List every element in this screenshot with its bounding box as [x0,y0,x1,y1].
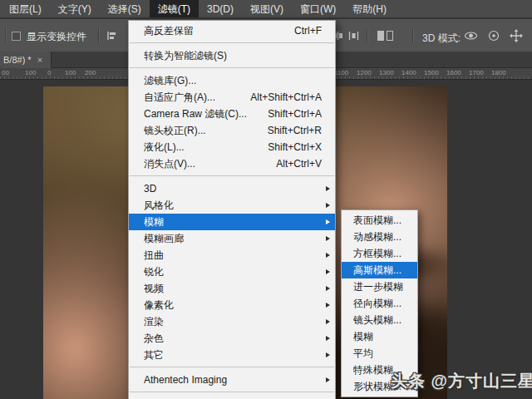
orbit-3d-icon[interactable] [464,29,478,42]
menubar-item-7[interactable]: 窗口(W) [292,0,344,17]
filter-menu-item-label: 像素化 [144,297,174,313]
panel-toggle-icon[interactable] [377,30,394,42]
filter-menu-item-18[interactable]: 视频 [129,280,335,297]
ruler-tick-label: 1800 [491,70,506,76]
filter-menu-item-1[interactable]: 高反差保留Ctrl+F [129,22,335,39]
submenu-arrow-icon [326,377,330,382]
filter-menu-item-label: 消失点(V)... [144,155,195,172]
blur-submenu-item-label: 表面模糊... [353,212,401,229]
show-transform-checkbox[interactable] [12,32,21,41]
filter-menu-item-24[interactable]: Athentech Imaging [129,372,335,388]
filter-menu-item-label: 高反差保留 [144,22,194,39]
menubar-item-6[interactable]: 视图(V) [242,0,292,17]
filter-menu-item-7[interactable]: Camera Raw 滤镜(C)...Shift+Ctrl+A [129,106,335,122]
filter-menu-item-14[interactable]: 模糊 [129,214,335,230]
menubar-item-8[interactable]: 帮助(H) [344,0,395,17]
filter-menu-item-13[interactable]: 风格化 [129,197,335,214]
blur-submenu-item-3[interactable]: 方框模糊... [342,245,417,262]
filter-menu-item-shortcut: Alt+Shift+Ctrl+A [240,89,322,106]
filter-menu-item-label: 渲染 [144,313,164,330]
blur-submenu-item-label: 镜头模糊... [353,312,401,328]
filter-menu-item-20[interactable]: 渲染 [129,313,335,330]
ruler-tick-label: 1100 [334,70,348,76]
document-tab-title: B/8#) * [3,55,32,65]
filter-menu-item-6[interactable]: 自适应广角(A)...Alt+Shift+Ctrl+A [129,89,335,106]
watermark: 头条 @方寸山三星洞 [391,370,532,392]
submenu-arrow-icon [326,319,330,324]
filter-menu: 高反差保留Ctrl+F转换为智能滤镜(S)滤镜库(G)...自适应广角(A)..… [128,20,336,399]
filter-menu-item-3[interactable]: 转换为智能滤镜(S) [129,47,335,64]
align-left-icon[interactable] [106,31,117,41]
ruler-tick-label: 1500 [424,70,439,76]
filter-menu-item-22[interactable]: 其它 [129,347,335,363]
ruler-tick-label: 100 [25,70,36,76]
filter-menu-item-shortcut: Ctrl+F [284,22,322,39]
blur-submenu-item-label: 高斯模糊... [353,262,401,278]
filter-menu-item-15[interactable]: 模糊画廊 [129,230,335,247]
filter-menu-item-label: Camera Raw 滤镜(C)... [144,106,247,122]
filter-menu-item-label: 滤镜库(G)... [144,72,196,89]
filter-menu-item-9[interactable]: 液化(L)...Shift+Ctrl+X [129,139,335,155]
submenu-arrow-icon [326,219,330,224]
blur-submenu-item-7[interactable]: 镜头模糊... [342,312,417,328]
submenu-arrow-icon [326,303,330,308]
menubar-item-2[interactable]: 文字(Y) [50,0,100,17]
filter-menu-item-shortcut: Shift+Ctrl+A [258,106,322,122]
menubar-item-5[interactable]: 3D(D) [199,0,242,17]
ruler-tick-label: 200 [85,70,96,76]
submenu-arrow-icon [326,352,330,357]
pan-3d-icon[interactable] [510,29,523,42]
blur-submenu-item-9[interactable]: 平均 [342,345,417,362]
ruler-tick-label: 1400 [401,70,416,76]
blur-submenu-item-6[interactable]: 径向模糊... [342,295,417,312]
filter-menu-item-21[interactable]: 杂色 [129,330,335,347]
3d-mode-label: 3D 模式: [422,32,461,46]
roll-3d-icon[interactable] [487,29,500,42]
ruler-tick-label: 1200 [357,70,372,76]
filter-menu-item-shortcut: Shift+Ctrl+R [258,122,322,139]
filter-menu-item-shortcut: Shift+Ctrl+X [258,139,322,155]
ruler-tick-label: 1700 [469,70,484,76]
filter-menu-item-12[interactable]: 3D [129,180,335,197]
ruler-tick-label: 1600 [446,70,461,76]
menubar-item-4[interactable]: 滤镜(T) [150,0,199,17]
filter-menu-item-8[interactable]: 镜头校正(R)...Shift+Ctrl+R [129,122,335,139]
blur-submenu-item-label: 动感模糊... [353,229,401,245]
filter-menu-item-label: 3D [144,180,156,197]
blur-submenu-item-4[interactable]: 高斯模糊... [342,262,417,278]
options-separator [98,27,99,43]
ruler-tick-label: 00 [2,70,9,76]
filter-menu-separator [130,42,334,43]
submenu-arrow-icon [326,186,330,191]
filter-menu-item-10[interactable]: 消失点(V)...Alt+Ctrl+V [129,155,335,172]
filter-menu-item-label: 视频 [144,280,164,297]
submenu-arrow-icon [326,269,330,274]
distribute-icon[interactable] [348,31,359,41]
filter-menu-item-label: 模糊 [144,214,164,230]
options-separator [367,27,367,43]
submenu-arrow-icon [326,253,330,258]
close-tab-icon[interactable]: × [37,56,42,65]
blur-submenu-item-label: 平均 [353,345,373,362]
filter-menu-item-17[interactable]: 锐化 [129,264,335,280]
menubar-item-3[interactable]: 选择(S) [100,0,150,17]
ruler-tick-label: 100 [65,70,76,76]
ruler-tick-label: 1300 [379,70,394,76]
filter-menu-separator [130,367,334,367]
submenu-arrow-icon [326,286,330,291]
filter-menu-item-label: 扭曲 [144,247,164,264]
blur-submenu-item-label: 进一步模糊 [353,278,403,295]
filter-menu-item-5[interactable]: 滤镜库(G)... [129,72,335,89]
menubar-item-1[interactable]: 图层(L) [1,0,50,17]
filter-menu-item-16[interactable]: 扭曲 [129,247,335,264]
ruler-tick-label: 0 [47,70,51,76]
options-separator [412,27,413,43]
filter-menu-item-19[interactable]: 像素化 [129,297,335,313]
blur-submenu-item-2[interactable]: 动感模糊... [342,229,417,245]
blur-submenu-item-1[interactable]: 表面模糊... [342,212,417,229]
blur-submenu-item-label: 方框模糊... [353,245,401,262]
document-tab[interactable]: B/8#) * × [0,52,52,68]
blur-submenu-item-5[interactable]: 进一步模糊 [342,278,417,295]
filter-menu-item-label: 其它 [144,347,164,363]
blur-submenu-item-8[interactable]: 模糊 [342,328,417,345]
